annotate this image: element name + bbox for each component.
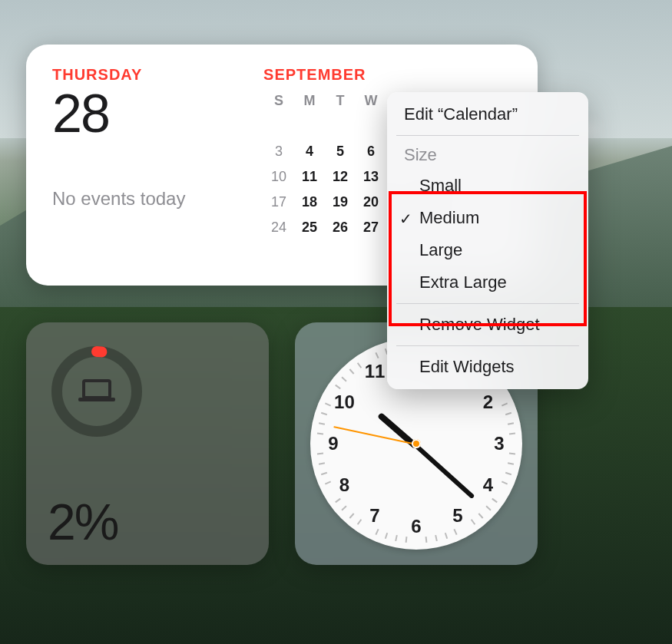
- calendar-month-name: SEPTEMBER: [263, 66, 511, 84]
- clock-minute-hand: [415, 444, 475, 499]
- clock-center-pin: [412, 439, 421, 448]
- clock-tick: [342, 506, 347, 511]
- clock-tick: [335, 498, 341, 503]
- clock-tick: [375, 529, 379, 535]
- calendar-weekday-header: S: [263, 93, 294, 109]
- clock-tick: [325, 402, 331, 406]
- clock-tick: [405, 537, 407, 543]
- battery-percent-label: 2%: [48, 493, 118, 551]
- svg-point-0: [57, 352, 137, 431]
- calendar-day-cell: 6: [356, 144, 386, 160]
- clock-tick: [357, 519, 362, 525]
- clock-tick: [508, 462, 514, 465]
- menu-separator: [396, 303, 579, 304]
- calendar-day-cell: 5: [325, 144, 356, 160]
- clock-number: 4: [483, 474, 493, 496]
- menu-item-label: Small: [419, 176, 462, 195]
- clock-tick: [349, 513, 354, 518]
- battery-widget[interactable]: 2%: [26, 322, 269, 565]
- clock-number: 7: [369, 505, 379, 527]
- calendar-day-cell: 19: [325, 194, 356, 210]
- clock-tick: [445, 533, 448, 539]
- calendar-day-cell: 24: [263, 220, 294, 236]
- clock-number: 2: [483, 391, 493, 413]
- clock-number: 10: [334, 391, 355, 413]
- calendar-day-cell: 4: [294, 144, 325, 160]
- battery-ring: [49, 344, 144, 439]
- calendar-day-number: 28: [52, 87, 263, 140]
- menu-item-remove-widget[interactable]: Remove Widget: [387, 309, 588, 341]
- menu-separator: [396, 135, 579, 136]
- clock-tick: [342, 376, 347, 381]
- clock-tick: [335, 385, 341, 389]
- calendar-no-events: No events today: [52, 188, 263, 210]
- clock-tick: [435, 535, 438, 541]
- calendar-day-cell: 25: [294, 220, 325, 236]
- calendar-weekday-header: T: [325, 93, 356, 109]
- menu-item-size-extra-large[interactable]: Extra Large: [387, 266, 588, 299]
- clock-number: 11: [365, 361, 386, 382]
- clock-tick: [375, 352, 379, 358]
- calendar-day-cell: [356, 118, 386, 134]
- clock-tick: [357, 362, 362, 368]
- clock-tick: [349, 369, 354, 375]
- clock-number: 9: [328, 433, 338, 454]
- calendar-day-cell: 17: [263, 194, 294, 210]
- calendar-day-cell: 11: [294, 169, 325, 185]
- clock-tick: [492, 498, 498, 503]
- clock-tick: [502, 481, 508, 485]
- clock-tick: [395, 535, 398, 541]
- clock-tick: [385, 533, 388, 539]
- clock-tick: [319, 422, 325, 425]
- calendar-day-cell: [325, 118, 356, 134]
- clock-tick: [509, 453, 515, 455]
- clock-tick: [505, 472, 511, 475]
- menu-separator: [396, 345, 579, 346]
- clock-tick: [502, 402, 508, 406]
- calendar-day-cell: 18: [294, 194, 325, 210]
- clock-number: 6: [411, 516, 421, 537]
- calendar-day-cell: 20: [356, 194, 386, 210]
- calendar-day-cell: [263, 118, 294, 134]
- clock-tick: [317, 453, 323, 455]
- menu-item-edit-calendar[interactable]: Edit “Calendar”: [387, 98, 588, 130]
- clock-tick: [505, 412, 511, 415]
- menu-item-size-large[interactable]: Large: [387, 234, 588, 266]
- clock-tick: [319, 462, 325, 465]
- clock-tick: [478, 513, 484, 518]
- calendar-day-name: THURSDAY: [52, 66, 263, 84]
- clock-tick: [325, 481, 331, 485]
- menu-item-size-medium[interactable]: ✓Medium: [387, 202, 588, 234]
- laptop-icon: [78, 381, 115, 401]
- clock-tick: [317, 432, 323, 434]
- menu-item-label: Large: [419, 240, 462, 259]
- checkmark-icon: ✓: [399, 210, 412, 228]
- menu-size-label: Size: [387, 140, 588, 170]
- clock-number: 3: [494, 433, 504, 454]
- calendar-day-cell: [294, 118, 325, 134]
- clock-number: 5: [452, 505, 462, 527]
- menu-item-edit-widgets[interactable]: Edit Widgets: [387, 351, 588, 383]
- calendar-day-cell: 26: [325, 220, 356, 236]
- clock-number: 8: [339, 474, 349, 496]
- calendar-day-cell: 12: [325, 169, 356, 185]
- svg-rect-3: [78, 398, 115, 401]
- calendar-weekday-header: M: [294, 93, 325, 109]
- clock-tick: [471, 519, 475, 525]
- calendar-day-cell: 3: [263, 144, 294, 160]
- clock-tick: [508, 422, 514, 425]
- svg-rect-2: [84, 381, 110, 398]
- clock-tick: [485, 506, 491, 511]
- calendar-day-cell: 27: [356, 220, 386, 236]
- menu-item-size-small[interactable]: Small: [387, 170, 588, 202]
- clock-tick: [321, 412, 327, 415]
- menu-item-label: Medium: [419, 208, 479, 227]
- calendar-weekday-header: W: [356, 93, 386, 109]
- clock-tick: [509, 432, 515, 434]
- clock-tick: [454, 529, 458, 535]
- calendar-day-cell: 10: [263, 169, 294, 185]
- clock-tick: [425, 537, 428, 543]
- clock-tick: [321, 472, 327, 475]
- widget-context-menu: Edit “Calendar” Size Small✓MediumLargeEx…: [387, 92, 588, 389]
- menu-item-label: Extra Large: [419, 272, 507, 292]
